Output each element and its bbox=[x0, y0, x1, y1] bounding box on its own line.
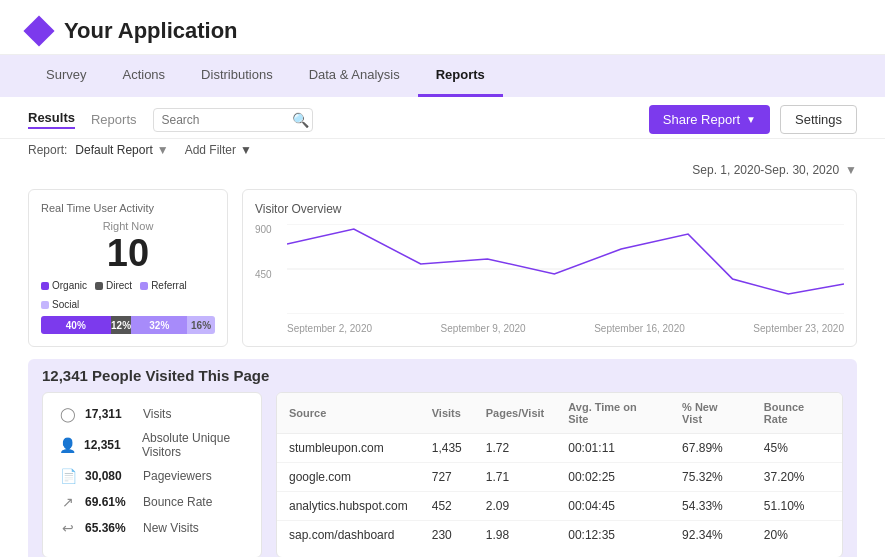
stats-card: ◯ 17,311 Visits 👤 12,351 Absolute Unique… bbox=[42, 392, 262, 557]
cell-pages: 1.98 bbox=[474, 521, 557, 550]
unique-visitors-icon: 👤 bbox=[59, 436, 76, 454]
pageviews-label: Pageviewers bbox=[143, 469, 212, 483]
cell-source: analytics.hubspot.com bbox=[277, 492, 420, 521]
x-label-sep16: September 16, 2020 bbox=[594, 323, 685, 334]
cell-new: 92.34% bbox=[670, 521, 752, 550]
y-label-900: 900 bbox=[255, 224, 287, 235]
legend-social-label: Social bbox=[52, 299, 79, 310]
legend-social: Social bbox=[41, 299, 79, 310]
bar-referral: 32% bbox=[131, 316, 187, 334]
legend-organic: Organic bbox=[41, 280, 87, 291]
traffic-bar: 40% 12% 32% 16% bbox=[41, 316, 215, 334]
bounce-value: 69.61% bbox=[85, 495, 135, 509]
bar-organic: 40% bbox=[41, 316, 111, 334]
table-header-row: Source Visits Pages/Visit Avg. Time on S… bbox=[277, 393, 842, 434]
chart-y-labels: 900 450 bbox=[255, 224, 287, 314]
main-content: Real Time User Activity Right Now 10 Org… bbox=[0, 181, 885, 557]
pageviews-icon: 📄 bbox=[59, 467, 77, 485]
col-pages-visit: Pages/Visit bbox=[474, 393, 557, 434]
new-visits-value: 65.36% bbox=[85, 521, 135, 535]
visits-icon: ◯ bbox=[59, 405, 77, 423]
visits-label: Visits bbox=[143, 407, 171, 421]
legend-referral-label: Referral bbox=[151, 280, 187, 291]
cell-bounce: 37.20% bbox=[752, 463, 842, 492]
cell-new: 75.32% bbox=[670, 463, 752, 492]
bottom-section: 12,341 People Visited This Page ◯ 17,311… bbox=[28, 359, 857, 557]
date-row: Sep. 1, 2020-Sep. 30, 2020 ▼ bbox=[0, 161, 885, 181]
legend-direct-label: Direct bbox=[106, 280, 132, 291]
tab-results[interactable]: Results bbox=[28, 110, 75, 129]
data-row: ◯ 17,311 Visits 👤 12,351 Absolute Unique… bbox=[42, 392, 843, 557]
date-range-label: Sep. 1, 2020-Sep. 30, 2020 bbox=[692, 163, 839, 177]
tab-reports[interactable]: Reports bbox=[91, 112, 137, 127]
add-filter-button[interactable]: Add Filter ▼ bbox=[185, 143, 252, 157]
sub-toolbar-left: Results Reports 🔍 bbox=[28, 108, 313, 132]
visitor-chart-svg bbox=[287, 224, 844, 314]
nav-item-reports[interactable]: Reports bbox=[418, 55, 503, 97]
table-row: analytics.hubspot.com 452 2.09 00:04:45 … bbox=[277, 492, 842, 521]
table-row: sap.com/dashboard 230 1.98 00:12:35 92.3… bbox=[277, 521, 842, 550]
section-title: 12,341 People Visited This Page bbox=[42, 367, 843, 384]
legend-referral-dot bbox=[140, 282, 148, 290]
app-logo-icon bbox=[23, 15, 54, 46]
cell-source: sap.com/dashboard bbox=[277, 521, 420, 550]
cell-time: 00:04:45 bbox=[556, 492, 670, 521]
cell-bounce: 45% bbox=[752, 434, 842, 463]
app-header: Your Application bbox=[0, 0, 885, 55]
cell-source: stumbleupon.com bbox=[277, 434, 420, 463]
share-report-label: Share Report bbox=[663, 112, 740, 127]
nav-item-survey[interactable]: Survey bbox=[28, 55, 104, 97]
unique-value: 12,351 bbox=[84, 438, 134, 452]
add-filter-caret-icon: ▼ bbox=[240, 143, 252, 157]
cell-bounce: 51.10% bbox=[752, 492, 842, 521]
table-row: google.com 727 1.71 00:02:25 75.32% 37.2… bbox=[277, 463, 842, 492]
chart-x-labels: September 2, 2020 September 9, 2020 Sept… bbox=[287, 323, 844, 334]
col-visits: Visits bbox=[420, 393, 474, 434]
nav-bar: Survey Actions Distributions Data & Anal… bbox=[0, 55, 885, 97]
bounce-label: Bounce Rate bbox=[143, 495, 212, 509]
visitor-widget: Visitor Overview 900 450 bbox=[242, 189, 857, 347]
nav-item-actions[interactable]: Actions bbox=[104, 55, 183, 97]
sub-toolbar-right: Share Report ▼ Settings bbox=[649, 105, 857, 134]
search-icon: 🔍 bbox=[292, 112, 309, 128]
cell-visits: 1,435 bbox=[420, 434, 474, 463]
settings-button[interactable]: Settings bbox=[780, 105, 857, 134]
share-report-button[interactable]: Share Report ▼ bbox=[649, 105, 770, 134]
cell-visits: 727 bbox=[420, 463, 474, 492]
bar-social: 16% bbox=[187, 316, 215, 334]
stat-row-visits: ◯ 17,311 Visits bbox=[59, 405, 245, 423]
legend-social-dot bbox=[41, 301, 49, 309]
legend-organic-dot bbox=[41, 282, 49, 290]
realtime-count: 10 bbox=[41, 234, 215, 272]
search-input[interactable] bbox=[162, 113, 292, 127]
report-filter-select[interactable]: Default Report ▼ bbox=[75, 143, 168, 157]
bounce-icon: ↗ bbox=[59, 493, 77, 511]
cell-new: 67.89% bbox=[670, 434, 752, 463]
y-label-450: 450 bbox=[255, 269, 287, 280]
cell-time: 00:12:35 bbox=[556, 521, 670, 550]
legend-organic-label: Organic bbox=[52, 280, 87, 291]
new-visits-label: New Visits bbox=[143, 521, 199, 535]
x-label-sep2: September 2, 2020 bbox=[287, 323, 372, 334]
cell-pages: 1.71 bbox=[474, 463, 557, 492]
x-label-sep9: September 9, 2020 bbox=[441, 323, 526, 334]
col-new-visit: % New Vist bbox=[670, 393, 752, 434]
report-filter-caret-icon: ▼ bbox=[157, 143, 169, 157]
nav-item-data-analysis[interactable]: Data & Analysis bbox=[291, 55, 418, 97]
stat-row-pageviews: 📄 30,080 Pageviewers bbox=[59, 467, 245, 485]
widgets-row: Real Time User Activity Right Now 10 Org… bbox=[28, 189, 857, 347]
x-label-sep23: September 23, 2020 bbox=[753, 323, 844, 334]
date-range-caret-icon: ▼ bbox=[845, 163, 857, 177]
chart-container: 900 450 bbox=[255, 224, 844, 334]
nav-item-distributions[interactable]: Distributions bbox=[183, 55, 291, 97]
col-avg-time: Avg. Time on Site bbox=[556, 393, 670, 434]
cell-pages: 2.09 bbox=[474, 492, 557, 521]
cell-time: 00:01:11 bbox=[556, 434, 670, 463]
col-bounce: Bounce Rate bbox=[752, 393, 842, 434]
search-box[interactable]: 🔍 bbox=[153, 108, 313, 132]
cell-bounce: 20% bbox=[752, 521, 842, 550]
filter-row: Report: Default Report ▼ Add Filter ▼ bbox=[0, 139, 885, 161]
legend-direct: Direct bbox=[95, 280, 132, 291]
legend: Organic Direct Referral Social bbox=[41, 280, 215, 310]
cell-source: google.com bbox=[277, 463, 420, 492]
